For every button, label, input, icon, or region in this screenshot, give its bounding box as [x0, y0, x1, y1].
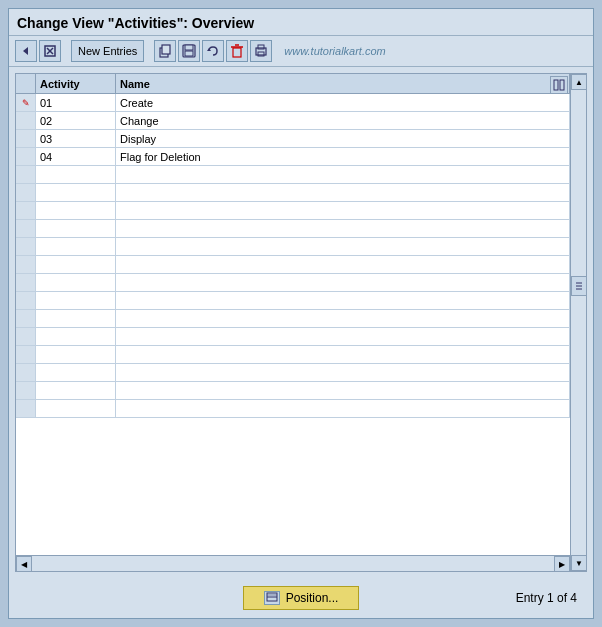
row-selector-empty: [16, 400, 36, 417]
cell-activity-3: 03: [36, 130, 116, 147]
title-bar: Change View "Activities": Overview: [9, 9, 593, 36]
svg-marker-0: [23, 47, 28, 55]
table-row-empty: [16, 274, 570, 292]
table-row-empty: [16, 184, 570, 202]
row-selector-empty: [16, 166, 36, 183]
position-button[interactable]: Position...: [243, 586, 360, 610]
row-selector-2: [16, 112, 36, 129]
watermark: www.tutorialkart.com: [284, 45, 385, 57]
svg-rect-10: [233, 48, 241, 57]
row-selector-empty: [16, 256, 36, 273]
svg-rect-16: [554, 80, 558, 90]
table-row[interactable]: 02 Change: [16, 112, 570, 130]
undo-btn[interactable]: [202, 40, 224, 62]
delete-btn[interactable]: [226, 40, 248, 62]
svg-rect-8: [185, 51, 193, 56]
print-btn[interactable]: [250, 40, 272, 62]
cell-empty: [36, 400, 116, 417]
column-chooser-icon[interactable]: [550, 76, 568, 94]
cell-empty: [116, 346, 570, 363]
row-selector-empty: [16, 310, 36, 327]
exit-btn[interactable]: [39, 40, 61, 62]
cell-activity-4: 04: [36, 148, 116, 165]
cell-empty: [36, 382, 116, 399]
save-btn[interactable]: [178, 40, 200, 62]
cell-name-1: Create: [116, 94, 570, 111]
cell-empty: [36, 238, 116, 255]
entry-count: Entry 1 of 4: [516, 591, 577, 605]
table-container: Activity Name ✎ 01 Create: [15, 73, 587, 572]
cell-empty: [116, 400, 570, 417]
cell-empty: [36, 166, 116, 183]
cell-empty: [116, 166, 570, 183]
scroll-up-btn[interactable]: ▲: [571, 74, 586, 90]
table-row-empty: [16, 238, 570, 256]
horizontal-scrollbar[interactable]: ◀ ▶: [16, 555, 570, 571]
new-entries-button[interactable]: New Entries: [71, 40, 144, 62]
cell-activity-1: 01: [36, 94, 116, 111]
copy-btn[interactable]: [154, 40, 176, 62]
cell-empty: [116, 274, 570, 291]
row-selector-empty: [16, 364, 36, 381]
table-with-scrollbar: Activity Name ✎ 01 Create: [16, 74, 586, 571]
header-selector: [16, 74, 36, 93]
table-row-empty: [16, 382, 570, 400]
svg-rect-7: [185, 45, 193, 50]
cell-empty: [116, 256, 570, 273]
table-row-empty: [16, 292, 570, 310]
row-selector-1: ✎: [16, 94, 36, 111]
row-selector-empty: [16, 274, 36, 291]
cell-empty: [116, 328, 570, 345]
table-row[interactable]: 03 Display: [16, 130, 570, 148]
cell-empty: [36, 202, 116, 219]
cell-empty: [36, 364, 116, 381]
table-row[interactable]: ✎ 01 Create: [16, 94, 570, 112]
table-row-empty: [16, 400, 570, 418]
cell-empty: [116, 220, 570, 237]
cell-name-2: Change: [116, 112, 570, 129]
table-row-empty: [16, 166, 570, 184]
row-selector-3: [16, 130, 36, 147]
row-selector-empty: [16, 220, 36, 237]
col-header-name: Name: [116, 74, 570, 93]
cell-name-3: Display: [116, 130, 570, 147]
vertical-scrollbar[interactable]: ▲ ▼: [570, 74, 586, 571]
cell-empty: [36, 328, 116, 345]
row-selector-empty: [16, 238, 36, 255]
bottom-bar: Position... Entry 1 of 4: [9, 578, 593, 618]
cell-empty: [36, 220, 116, 237]
edit-icon: ✎: [22, 98, 30, 108]
cell-empty: [36, 310, 116, 327]
cell-empty: [36, 274, 116, 291]
position-label: Position...: [286, 591, 339, 605]
cell-activity-2: 02: [36, 112, 116, 129]
scroll-handle[interactable]: [571, 276, 586, 296]
cell-name-4: Flag for Deletion: [116, 148, 570, 165]
cell-empty: [116, 202, 570, 219]
cell-empty: [116, 382, 570, 399]
row-selector-empty: [16, 202, 36, 219]
hscroll-track[interactable]: [32, 556, 554, 571]
table-row-empty: [16, 220, 570, 238]
cell-empty: [36, 346, 116, 363]
svg-rect-5: [162, 45, 170, 54]
cell-empty: [116, 310, 570, 327]
toolbar: New Entries: [9, 36, 593, 67]
row-selector-empty: [16, 328, 36, 345]
position-icon: [264, 591, 280, 605]
scroll-left-btn[interactable]: ◀: [16, 556, 32, 571]
table-row-empty: [16, 202, 570, 220]
vscroll-track[interactable]: [571, 90, 586, 555]
scroll-right-btn[interactable]: ▶: [554, 556, 570, 571]
table-row[interactable]: 04 Flag for Deletion: [16, 148, 570, 166]
scroll-down-btn[interactable]: ▼: [571, 555, 586, 571]
table-body: ✎ 01 Create 02 Change 03: [16, 94, 570, 555]
content-area: Activity Name ✎ 01 Create: [9, 67, 593, 578]
row-selector-4: [16, 148, 36, 165]
cell-empty: [116, 238, 570, 255]
table-row-empty: [16, 310, 570, 328]
back-btn[interactable]: [15, 40, 37, 62]
table-main: Activity Name ✎ 01 Create: [16, 74, 570, 571]
col-header-activity: Activity: [36, 74, 116, 93]
table-row-empty: [16, 364, 570, 382]
